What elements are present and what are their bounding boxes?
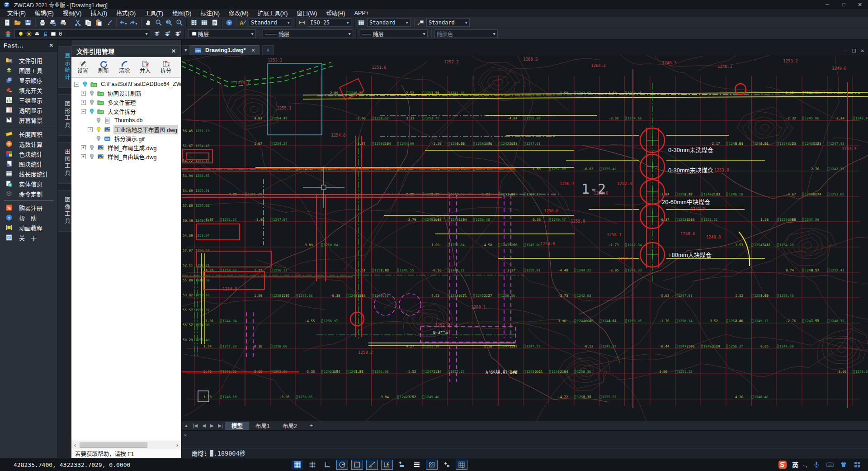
xref-panel-close-icon[interactable]: ✕ — [171, 48, 176, 54]
fast-item-buy-reg[interactable]: 淘购买注册 — [0, 203, 57, 213]
chevron-down-icon[interactable]: ▼ — [404, 20, 408, 25]
cut-button[interactable] — [72, 18, 83, 27]
menu-item-11[interactable]: 帮助(H) — [321, 8, 349, 18]
lock-open-icon[interactable] — [42, 31, 48, 37]
redo-button[interactable]: ▾ — [128, 18, 139, 27]
bulb-gray-icon[interactable] — [89, 144, 95, 151]
bulb-cyan-icon[interactable] — [82, 81, 88, 87]
menu-item-10[interactable]: 窗口(W) — [292, 8, 321, 18]
status-toggle-quick-menu[interactable] — [411, 460, 423, 470]
keyboard-icon[interactable] — [826, 461, 834, 468]
open-button[interactable] — [12, 18, 23, 27]
scroll-right-icon[interactable]: › — [174, 442, 181, 448]
chevron-down-icon[interactable]: ▼ — [285, 20, 290, 25]
layout-nav-icon[interactable]: |◀ — [191, 423, 200, 428]
plot-button[interactable] — [37, 18, 47, 27]
clear-button[interactable]: 清除 — [115, 60, 134, 74]
fast-item-draw-order[interactable]: 显示顺序 — [0, 75, 57, 85]
expand-icon[interactable]: + — [88, 127, 93, 132]
child-minimize-icon[interactable]: ─ — [844, 48, 848, 53]
status-toggle-grid[interactable] — [307, 460, 318, 470]
tree-row[interactable]: +协同设计刷新 — [71, 89, 181, 98]
command-line-panel[interactable]: ✕ 用时：2.189004秒 从 [工业场地总平布置图.dwg] 文件中引用了 … — [182, 430, 868, 458]
menu-item-2[interactable]: 视图(V) — [58, 8, 86, 18]
menu-item-9[interactable]: 扩展工具(X) — [253, 8, 292, 18]
bulb-gray-icon[interactable] — [89, 153, 95, 160]
chevron-down-icon[interactable]: ▼ — [346, 32, 351, 36]
command-close-icon[interactable]: ✕ — [184, 433, 187, 438]
fast-item-3d-display[interactable]: 三维显示 — [0, 95, 57, 105]
mic-icon[interactable] — [813, 461, 820, 468]
style-combo-0[interactable]: Standard▼ — [249, 18, 292, 27]
swatch-w-icon[interactable] — [50, 31, 57, 37]
menu-item-0[interactable]: 文件(F) — [3, 8, 30, 18]
menu-item-12[interactable]: APP+ — [350, 10, 373, 17]
menu-item-5[interactable]: 工具(T) — [140, 8, 168, 18]
collapse-icon[interactable]: − — [74, 82, 79, 87]
layout-tab-布局2[interactable]: 布局2 — [276, 422, 303, 430]
minimize-button[interactable]: ─ — [819, 0, 835, 9]
status-toggle-polar-tracking[interactable] — [336, 460, 348, 470]
lineweight-combo[interactable]: ———随层▼ — [360, 29, 428, 38]
fast-item-fill-toggle[interactable]: 填充开关 — [0, 85, 57, 95]
status-toggle-ortho[interactable] — [321, 460, 333, 470]
fast-item-color-stats[interactable]: 色块统计 — [0, 149, 57, 159]
style-combo-2[interactable]: Standard▼ — [367, 18, 410, 27]
fast-panel-close-icon[interactable]: ✕ — [49, 43, 54, 48]
fast-item-entity-info[interactable]: 实体信息 — [0, 179, 57, 189]
layer-set2-button[interactable] — [162, 29, 172, 38]
settings-button[interactable]: 设置 — [73, 60, 92, 74]
publish-button[interactable] — [58, 18, 68, 27]
chevron-down-icon[interactable]: ▼ — [421, 32, 425, 36]
expand-icon[interactable]: + — [81, 154, 86, 159]
menu-item-6[interactable]: 绘图(D) — [168, 8, 196, 18]
chevron-down-icon[interactable]: ▾ — [125, 22, 127, 26]
chevron-down-icon[interactable]: ▾ — [135, 22, 137, 26]
status-toggle-xref-block[interactable] — [456, 460, 467, 470]
chevron-down-icon[interactable]: ▼ — [491, 32, 495, 36]
layout-tab-模型[interactable]: 模型 — [225, 422, 249, 430]
expand-icon[interactable]: + — [81, 91, 86, 96]
undo-button[interactable]: ▾ — [118, 18, 128, 27]
zoom-win-button[interactable] — [164, 18, 174, 27]
side-tab-显示统计[interactable]: 显示统计 — [58, 46, 71, 88]
chevron-down-icon[interactable]: ▼ — [143, 32, 148, 36]
bulb-icon[interactable] — [18, 31, 24, 37]
zoom-prev-button[interactable] — [174, 18, 184, 27]
linetype-combo[interactable]: ————随层▼ — [263, 29, 353, 38]
layout-nav-icon[interactable]: ▶ — [208, 423, 216, 428]
chevron-down-icon[interactable]: ▼ — [249, 32, 254, 36]
scrollbar-thumb[interactable] — [80, 442, 147, 448]
side-tab-出图工具[interactable]: 出图工具 — [58, 142, 71, 184]
save-button[interactable] — [23, 18, 33, 27]
layer-set3-button[interactable] — [172, 29, 183, 38]
bulb-gray-icon[interactable] — [95, 135, 102, 142]
zoom-rt-button[interactable] — [153, 18, 164, 27]
split-button[interactable]: 拆分 — [156, 60, 175, 74]
fast-item-tutorial[interactable]: 动画教程 — [0, 223, 57, 233]
tree-row[interactable]: GIF拆分演示.gif — [71, 134, 181, 143]
skin-icon[interactable] — [840, 461, 847, 468]
tree-row[interactable]: −大文件拆分 — [71, 107, 181, 116]
side-tab-图形工具[interactable]: 图形工具 — [58, 94, 71, 136]
layer-combo[interactable]: 0▼ — [14, 29, 150, 38]
tree-row[interactable]: +工业场地总平布置图.dwg — [71, 125, 181, 134]
status-toggle-hatch-display[interactable] — [426, 460, 438, 470]
expand-icon[interactable]: + — [81, 145, 86, 150]
scroll-left-icon[interactable]: ‹ — [71, 442, 79, 448]
bulb-gray-icon[interactable] — [89, 90, 95, 96]
layout-nav-icon[interactable]: ◀ — [200, 423, 208, 428]
bulb-gray-icon[interactable] — [89, 99, 95, 105]
layout-nav-icon[interactable]: ▶| — [216, 423, 225, 428]
calc-button[interactable] — [189, 18, 199, 27]
menu-item-1[interactable]: 编辑(E) — [30, 8, 58, 18]
side-tab-图像工具[interactable]: 图像工具 — [58, 190, 71, 232]
fast-item-layer-tools[interactable]: 图层工具 — [0, 65, 57, 75]
menu-item-3[interactable]: 插入(I) — [86, 8, 112, 18]
fast-item-file-ref[interactable]: 文件引用 — [0, 55, 57, 65]
child-restore-icon[interactable]: ❐ — [852, 48, 856, 53]
ime-punctuation-toggle[interactable]: ·, — [803, 461, 807, 468]
preview-button[interactable] — [47, 18, 58, 27]
copy-button[interactable] — [83, 18, 93, 27]
status-toggle-lineweight-display[interactable] — [396, 460, 408, 470]
